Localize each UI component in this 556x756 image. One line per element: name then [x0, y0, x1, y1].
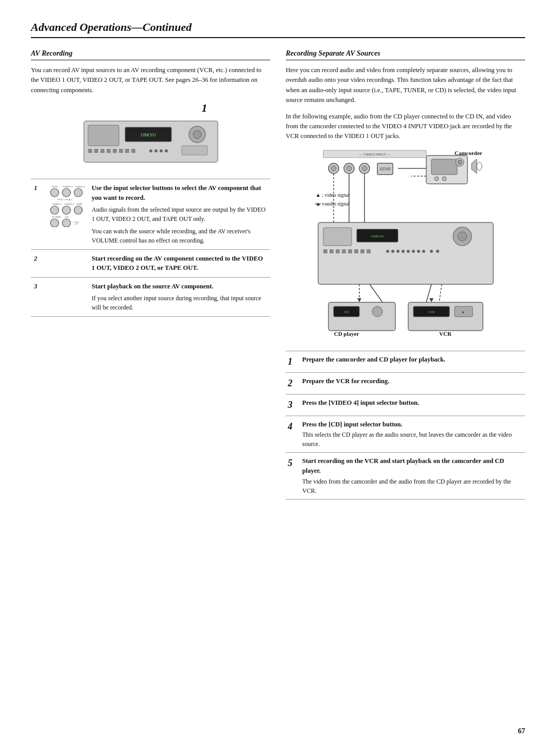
svg-text:VCR: VCR — [439, 331, 452, 337]
svg-text:VIDEO 2: VIDEO 2 — [75, 185, 85, 188]
svg-rect-10 — [113, 149, 117, 153]
svg-text:TAPE: TAPE — [76, 203, 82, 205]
svg-text:Camcorder: Camcorder — [455, 150, 482, 156]
right-step-1: 1 Prepare the camcorder and CD player fo… — [286, 351, 525, 373]
step1-big-label: 1 — [79, 101, 223, 115]
svg-rect-71 — [323, 249, 327, 253]
step1-text: Use the input selector buttons to select… — [89, 179, 270, 250]
right-column: Recording Separate AV Sources Here you c… — [286, 49, 525, 500]
svg-point-81 — [396, 250, 399, 253]
svg-text:TUNER: TUNER — [52, 216, 61, 218]
step3-number: 3 — [31, 278, 46, 317]
svg-point-82 — [402, 250, 405, 253]
svg-rect-72 — [329, 249, 334, 253]
svg-point-24 — [74, 188, 82, 197]
svg-rect-18 — [182, 146, 207, 155]
left-column: AV Recording You can record AV input sou… — [31, 49, 270, 500]
step1-number: 1 — [31, 179, 46, 250]
svg-point-44 — [362, 166, 367, 171]
right-step-5: 5 Start recording on the VCR and start p… — [286, 453, 525, 500]
svg-rect-8 — [100, 149, 105, 153]
svg-point-50 — [458, 160, 462, 164]
page-title: Advanced Operations—Continued — [31, 21, 525, 34]
device-image-wrapper: 1 ONKYO — [79, 101, 223, 169]
svg-point-84 — [412, 250, 415, 253]
step2-text: Start recording on the AV component conn… — [89, 249, 270, 278]
svg-rect-11 — [119, 149, 123, 153]
svg-text:VCR: VCR — [428, 311, 434, 314]
left-step-2: 2 Start recording on the AV component co… — [31, 249, 270, 278]
step2-number: 2 — [31, 249, 46, 278]
svg-point-30 — [62, 206, 71, 214]
svg-text:— VIDEO INPUT —: — VIDEO INPUT — — [358, 152, 391, 157]
svg-point-70 — [458, 232, 467, 241]
svg-point-5 — [193, 130, 201, 139]
svg-line-90 — [370, 284, 383, 302]
svg-point-35 — [62, 219, 71, 227]
svg-text:CD: CD — [65, 216, 68, 218]
recording-separate-title: Recording Separate AV Sources — [286, 49, 525, 60]
svg-text:ONKYO: ONKYO — [371, 234, 384, 238]
svg-marker-51 — [472, 159, 477, 174]
svg-rect-73 — [336, 249, 340, 253]
svg-rect-74 — [342, 249, 346, 253]
svg-text:ONKYO: ONKYO — [141, 133, 155, 138]
svg-rect-66 — [323, 228, 352, 246]
svg-text:▶: ▶ — [462, 311, 464, 314]
svg-text:☞: ☞ — [73, 219, 80, 227]
svg-point-83 — [407, 250, 410, 253]
left-step-3: 3 Start playback on the source AV compon… — [31, 278, 270, 317]
svg-text:DVD: DVD — [52, 185, 58, 188]
page-number: 67 — [518, 727, 525, 735]
svg-point-42 — [346, 166, 352, 171]
svg-point-85 — [417, 250, 420, 253]
right-step-4: 4 Press the [CD] input selector button. … — [286, 416, 525, 453]
svg-point-15 — [154, 149, 158, 152]
svg-rect-13 — [131, 149, 135, 153]
right-intro2: In the following example, audio from the… — [286, 112, 525, 142]
svg-text:VIDEO 3: VIDEO 3 — [52, 203, 62, 205]
svg-text:VCR 1   VCR 2: VCR 1 VCR 2 — [57, 198, 73, 201]
svg-point-14 — [149, 149, 152, 152]
svg-point-54 — [442, 177, 446, 181]
svg-rect-78 — [367, 249, 371, 253]
svg-text:VIDEO 4: VIDEO 4 — [64, 203, 75, 205]
right-intro1: Here you can record audio and video from… — [286, 65, 525, 106]
svg-rect-1 — [88, 125, 119, 146]
svg-rect-75 — [348, 249, 352, 253]
svg-rect-77 — [360, 249, 364, 253]
svg-point-52 — [477, 162, 482, 170]
step1-icon: DVD VIDEO 1 VIDEO 2 VCR 1 VCR 2 VIDEO 3 … — [46, 179, 89, 250]
svg-marker-94 — [429, 298, 433, 302]
svg-text:VIDEO 1: VIDEO 1 — [63, 185, 73, 188]
svg-point-86 — [422, 250, 425, 253]
svg-marker-93 — [357, 298, 361, 302]
diagram-svg: — VIDEO INPUT — HDMI — [308, 148, 503, 343]
step3-icon — [46, 278, 89, 317]
svg-point-22 — [50, 188, 59, 197]
svg-point-79 — [386, 250, 389, 253]
right-steps: 1 Prepare the camcorder and CD player fo… — [286, 351, 525, 500]
svg-rect-6 — [88, 149, 92, 153]
svg-point-98 — [372, 306, 383, 317]
step2-icon — [46, 249, 89, 278]
svg-point-87 — [430, 250, 433, 253]
svg-rect-12 — [125, 149, 129, 153]
svg-point-53 — [435, 177, 439, 181]
svg-point-29 — [50, 206, 59, 214]
right-step-3: 3 Press the [VIDEO 4] input selector but… — [286, 394, 525, 416]
svg-point-31 — [74, 206, 82, 214]
svg-rect-7 — [94, 149, 98, 153]
av-receiver-illustration: ONKYO — [79, 116, 223, 169]
left-steps-table: 1 DVD VIDEO 1 VIDEO 2 VCR — [31, 179, 270, 317]
right-step-2: 2 Prepare the VCR for recording. — [286, 373, 525, 394]
svg-rect-48 — [431, 159, 457, 175]
svg-rect-76 — [354, 249, 358, 253]
svg-text:CD player: CD player — [334, 331, 359, 337]
svg-point-17 — [165, 149, 168, 152]
av-recording-title: AV Recording — [31, 49, 270, 60]
svg-point-80 — [391, 250, 394, 253]
svg-point-23 — [62, 188, 71, 197]
svg-point-16 — [160, 149, 163, 152]
svg-line-92 — [439, 284, 442, 302]
